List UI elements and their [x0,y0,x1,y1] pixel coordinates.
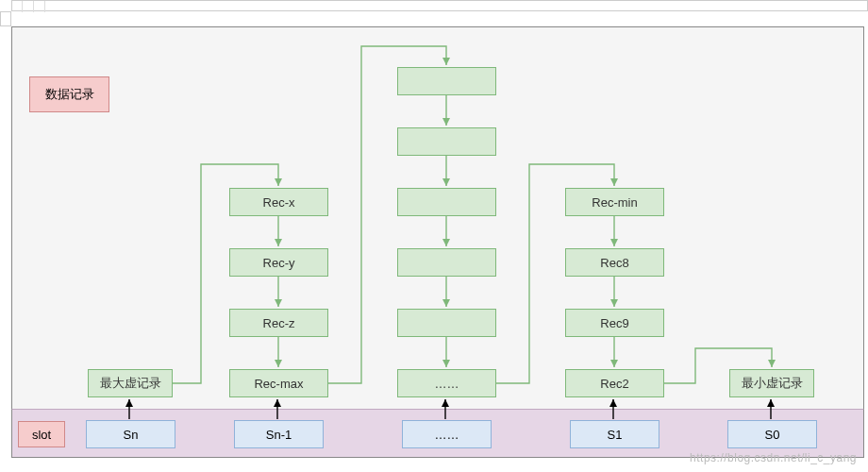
text: Rec-y [263,256,295,270]
box-rec8: Rec8 [565,248,664,277]
text: 最大虚记录 [100,375,161,392]
text: Rec-max [254,377,303,391]
text: Sn [124,428,139,442]
text: slot [32,428,51,442]
legend-box: 数据记录 [29,76,109,112]
slot-mid: …… [402,420,492,448]
watermark: https://blog.csdn.net/li_c_yang [690,451,857,464]
diagram-canvas: 数据记录 最大虚记录 Rec-x Rec-y Rec-z Rec-max …… … [0,0,868,472]
slot-s1: S1 [570,420,659,448]
box-rec-min: Rec-min [565,188,664,216]
slot-label: slot [18,421,65,447]
text: S1 [608,428,623,442]
text: Rec2 [600,377,628,391]
text: Sn-1 [266,428,292,442]
box-rec-z: Rec-z [229,309,328,337]
text: Rec-x [263,195,295,210]
text: Rec-min [592,195,637,210]
ruler-top [11,0,868,11]
box-rec-max: Rec-max [229,369,328,397]
text: Rec9 [600,316,628,330]
box-mid-1 [397,127,496,156]
box-mid-0 [397,67,496,95]
text: …… [435,377,459,391]
legend-label: 数据记录 [45,86,94,103]
slot-sn: Sn [86,420,175,448]
box-rec9: Rec9 [565,309,664,337]
text: Rec-z [263,316,295,330]
text: S0 [765,428,780,442]
box-rec-y: Rec-y [229,248,328,277]
text: 最小虚记录 [742,375,803,392]
text: Rec8 [600,256,628,270]
box-mid-4 [397,309,496,337]
box-mid-2 [397,188,496,216]
box-max-virtual: 最大虚记录 [88,369,173,397]
slot-sn1: Sn-1 [234,420,324,448]
box-rec-x: Rec-x [229,188,328,216]
text: …… [435,428,459,442]
ruler-left [0,11,11,26]
box-min-virtual: 最小虚记录 [729,369,814,397]
slot-s0: S0 [727,420,817,448]
diagram-main: 数据记录 最大虚记录 Rec-x Rec-y Rec-z Rec-max …… … [11,26,864,409]
box-mid-5: …… [397,369,496,397]
box-rec2: Rec2 [565,369,664,397]
box-mid-3 [397,248,496,277]
